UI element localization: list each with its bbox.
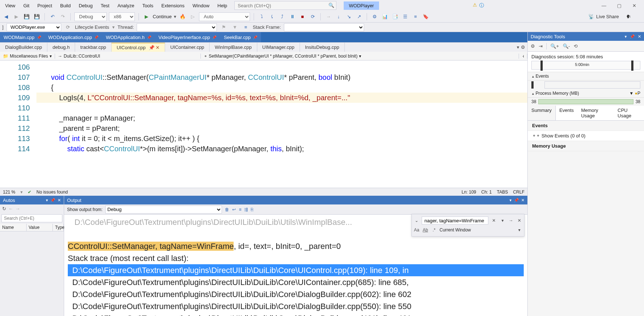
nav-fwd-icon[interactable]: ▶ (12, 13, 20, 21)
tab-winimplbase[interactable]: WinImplBase.cpp (210, 43, 257, 52)
zoom-level[interactable]: 121 % (3, 190, 15, 195)
chevron-down-icon[interactable]: ⌄ (413, 218, 419, 223)
menu-extensions[interactable]: Extensions (158, 1, 188, 10)
start-without-debug-icon[interactable]: ▷ (189, 13, 197, 21)
pin-icon[interactable]: 📌 (50, 198, 55, 203)
menu-view[interactable]: View (1, 1, 19, 10)
code-editor[interactable]: 106107108109110111112113114 void CContro… (0, 61, 527, 188)
tab-videoplayerinerface[interactable]: VideoPlayerInerface.cpp📌 (155, 32, 220, 42)
step-out-spec-icon[interactable]: ↗ (355, 13, 363, 21)
pin-icon[interactable]: 📌 (253, 35, 257, 39)
next-statement-icon[interactable]: → (324, 13, 332, 21)
autos-title[interactable]: Autos ▾📌✕ (0, 196, 64, 204)
search-icon[interactable]: 🔍 (328, 3, 334, 8)
export-icon[interactable]: ⇥ (539, 43, 543, 49)
menu-project[interactable]: Project (34, 1, 56, 10)
code-area[interactable]: void CControlUI::SetManager(CPaintManage… (36, 61, 527, 188)
issues-label[interactable]: No issues found (36, 190, 68, 195)
member-scope[interactable]: ⚬ SetManager(CPaintManagerUI * pManager,… (201, 54, 519, 59)
save-icon[interactable]: 💾 (23, 13, 31, 21)
restart-icon[interactable]: ⟳ (309, 13, 317, 21)
toggle2-icon[interactable]: ⇶ (244, 207, 248, 212)
hot-reload-icon[interactable]: 🔥 (179, 13, 187, 21)
redo-icon[interactable]: ↷ (59, 13, 67, 21)
tab-overflow[interactable]: ▾ ⚙ (515, 43, 527, 52)
misc2-icon[interactable]: 📊 (381, 13, 389, 21)
clear-icon[interactable]: 🗑 (225, 207, 229, 212)
output-title[interactable]: Output ▾📌✕ (64, 196, 527, 204)
tab-seekbar[interactable]: SeekBar.cpp📌 (220, 32, 261, 42)
tab-uicontainer[interactable]: UIContainer.cpp (165, 43, 210, 52)
diag-tab-summary[interactable]: Summary (528, 106, 556, 120)
menu-window[interactable]: Window (189, 1, 213, 10)
col-type[interactable]: Type (53, 224, 64, 231)
step-into-spec-icon[interactable]: ↘ (345, 13, 353, 21)
step-over-icon[interactable]: ⤵ (258, 13, 266, 21)
config-dropdown[interactable]: Debug (74, 12, 107, 21)
close-button[interactable]: ✕ (630, 3, 639, 8)
pin-icon[interactable]: 📌 (37, 35, 41, 39)
toggle3-icon[interactable]: ⎘ (251, 207, 253, 212)
close-icon[interactable]: 📌 ✕ (149, 45, 160, 50)
close-icon[interactable]: ✕ (58, 198, 61, 203)
menu-tools[interactable]: Tools (138, 1, 157, 10)
tab-wodapplication-cpp[interactable]: WODApplication.cpp📌 (45, 32, 102, 42)
tab-uimanager[interactable]: UIManager.cpp (257, 43, 300, 52)
find-close-icon[interactable]: ✕ (491, 218, 497, 223)
zoom-out-icon[interactable]: 🔍- (563, 43, 570, 49)
project-scope[interactable]: 📁 Miscellaneous Files ▾ (0, 54, 55, 59)
diag-events-section[interactable]: Events (528, 72, 644, 81)
continue-icon[interactable]: ▶ (143, 13, 151, 21)
diag-tab-events[interactable]: Events (556, 106, 578, 120)
misc4-icon[interactable]: ☰ (401, 13, 409, 21)
diag-tab-memory[interactable]: Memory Usage (577, 106, 614, 120)
save-all-icon[interactable]: 💾 (33, 13, 41, 21)
lifecycle-icon[interactable]: ⟳ (64, 23, 72, 31)
feedback-icon[interactable]: 🗣 (626, 14, 631, 19)
reset-zoom-icon[interactable]: ⟲ (574, 43, 578, 49)
live-share-button[interactable]: 📡 Live Share 🗣 (588, 14, 642, 19)
fwd-icon[interactable]: → (15, 206, 20, 211)
gear-icon[interactable]: ⚙ (531, 43, 535, 49)
close-icon[interactable]: ✕ (521, 198, 524, 203)
menu-git[interactable]: Git (20, 1, 33, 10)
diag-tab-cpu[interactable]: CPU Usage (614, 106, 644, 120)
menu-analyze[interactable]: Analyze (114, 1, 138, 10)
step-into-icon[interactable]: ⤹ (268, 13, 276, 21)
flag-icon[interactable]: ⚑ (220, 23, 228, 31)
tab-wodmain[interactable]: WODMain.cpp📌 (0, 32, 45, 42)
diag-timeline[interactable]: 5:00min (531, 61, 640, 70)
pin-icon[interactable]: 📌 (630, 34, 635, 39)
toggle1-icon[interactable]: ≡ (239, 207, 241, 212)
pause-icon[interactable]: ⏸ (288, 13, 296, 21)
scope-dropdown-icon[interactable]: ▾ (516, 227, 523, 233)
menu-debug[interactable]: Debug (75, 1, 96, 10)
lifecycle-label[interactable]: Lifecycle Events (75, 24, 109, 30)
back-icon[interactable]: ← (8, 206, 13, 211)
regex-icon[interactable]: .* (431, 227, 437, 233)
info-icon[interactable]: ⓘ (479, 2, 484, 9)
refresh-icon[interactable]: ↻ (2, 206, 6, 211)
minimize-button[interactable]: — (600, 3, 608, 8)
tab-uicontrol[interactable]: UIControl.cpp📌 ✕ (112, 43, 165, 52)
char-indicator[interactable]: Ch: 1 (481, 190, 492, 195)
split-icon[interactable]: ⫞ (519, 54, 527, 59)
continue-label[interactable]: Continue (153, 14, 172, 19)
menu-help[interactable]: Help (214, 1, 231, 10)
step-out-icon[interactable]: ⤴ (278, 13, 286, 21)
close-icon[interactable]: ✕ (638, 34, 641, 39)
filter-icon[interactable]: ▼ (231, 23, 239, 31)
warning-icon[interactable]: ⚠ (473, 2, 477, 9)
misc5-icon[interactable]: ≡ (411, 13, 419, 21)
misc3-icon[interactable]: 📑 (391, 13, 399, 21)
find-next-icon[interactable]: → (508, 218, 514, 223)
threads-icon[interactable]: ≡ (242, 23, 250, 31)
zoom-in-icon[interactable]: 🔍+ (550, 43, 559, 49)
tab-dialogbuilder[interactable]: DialogBuilder.cpp (0, 43, 47, 52)
process-dropdown[interactable]: WODPlayer.exe (7, 23, 61, 31)
dropdown-icon[interactable]: ▾ (625, 34, 627, 39)
autos-search-input[interactable] (1, 214, 62, 222)
output-from-dropdown[interactable]: Debug (105, 206, 222, 214)
crlf-indicator[interactable]: CRLF (513, 190, 524, 195)
class-scope[interactable]: → DuiLib::CControlUI (55, 54, 201, 59)
